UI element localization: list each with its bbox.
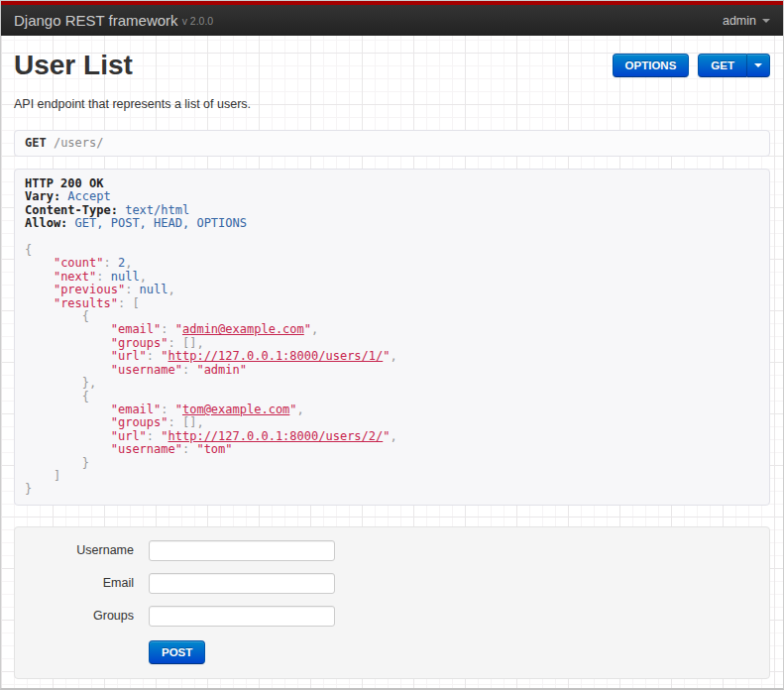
groups-label: Groups <box>15 609 134 623</box>
page-header: User List OPTIONS GET <box>14 51 770 80</box>
email-field[interactable] <box>149 573 335 594</box>
form-actions: POST <box>149 640 769 664</box>
username-field[interactable] <box>149 540 335 561</box>
get-split-button: GET <box>698 54 770 77</box>
endpoint-description: API endpoint that represents a list of u… <box>14 97 770 111</box>
brand-title[interactable]: Django REST framework <box>14 12 178 29</box>
response-body: HTTP 200 OK Vary: Accept Content-Type: t… <box>14 169 770 506</box>
get-dropdown-toggle[interactable] <box>746 54 770 77</box>
chevron-down-icon <box>754 63 762 67</box>
email-label: Email <box>15 576 134 590</box>
navbar: Django REST framework v 2.0.0 admin <box>1 1 783 36</box>
options-button[interactable]: OPTIONS <box>613 54 690 77</box>
request-path: /users/ <box>54 136 104 150</box>
response-link[interactable]: http://127.0.0.1:8000/users/1/ <box>168 349 384 363</box>
form-row-email: Email <box>15 573 769 594</box>
response-link[interactable]: admin@example.com <box>182 322 304 336</box>
page-title: User List <box>14 51 133 80</box>
user-menu[interactable]: admin <box>723 14 770 28</box>
groups-field[interactable] <box>149 606 335 627</box>
form-row-username: Username <box>15 540 769 561</box>
main-content: User List OPTIONS GET API endpoint that … <box>1 51 783 679</box>
response-link[interactable]: tom@example.com <box>182 402 289 416</box>
post-button[interactable]: POST <box>149 640 205 664</box>
page: Django REST framework v 2.0.0 admin User… <box>0 0 784 690</box>
create-form: Username Email Groups POST <box>14 526 770 679</box>
response-link[interactable]: http://127.0.0.1:8000/users/2/ <box>168 429 384 443</box>
request-bar: GET /users/ <box>14 130 770 157</box>
request-method: GET <box>25 136 47 150</box>
form-row-groups: Groups <box>15 606 769 627</box>
username-label: Username <box>15 543 134 557</box>
chevron-down-icon <box>762 19 770 23</box>
user-menu-label: admin <box>723 14 756 28</box>
brand-version: v 2.0.0 <box>182 15 214 27</box>
method-toolbar: OPTIONS GET <box>613 54 770 77</box>
get-button[interactable]: GET <box>698 54 746 77</box>
